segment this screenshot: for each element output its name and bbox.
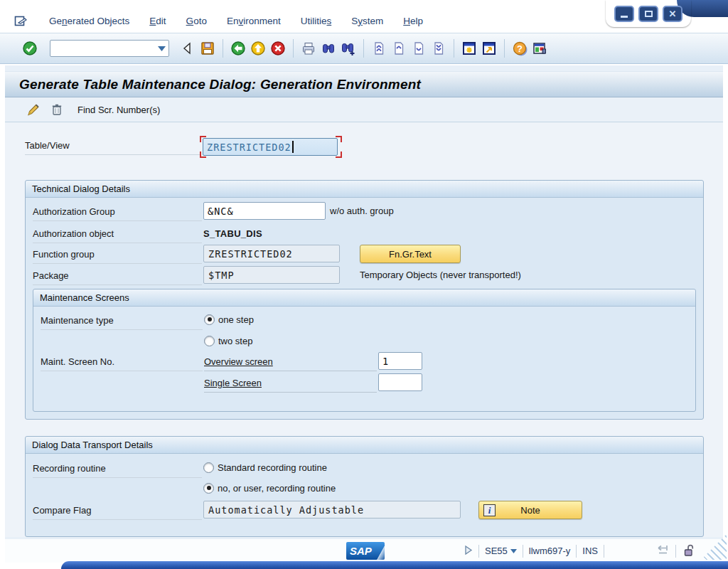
delete-trash-icon[interactable]	[48, 101, 65, 118]
minimize-icon	[621, 16, 628, 18]
save-icon[interactable]	[199, 40, 216, 57]
expand-status-icon[interactable]	[464, 545, 473, 558]
application-toolbar: Find Scr. Number(s)	[5, 97, 723, 122]
package-field: $TMP	[203, 266, 340, 284]
radio-icon-selected	[203, 483, 214, 494]
chevron-down-icon	[510, 549, 517, 553]
command-dropdown-icon[interactable]	[154, 41, 168, 56]
window-controls: ✕	[606, 0, 691, 27]
standard-toolbar: ?	[0, 33, 728, 64]
package-label: Package	[33, 268, 202, 285]
single-screen-label: Single Screen	[204, 376, 377, 393]
hide-command-field-icon[interactable]	[179, 40, 196, 57]
find-next-icon[interactable]	[340, 40, 357, 57]
help-icon[interactable]: ?	[511, 40, 528, 57]
authorization-object-label: Authorization object	[33, 226, 202, 243]
enter-icon[interactable]	[21, 40, 38, 57]
radio-icon-selected	[204, 314, 215, 325]
technical-group-title: Technical Dialog Details	[26, 181, 703, 198]
radio-two-step[interactable]: two step	[204, 334, 252, 348]
insert-mode: INS	[582, 546, 598, 556]
find-icon[interactable]	[320, 40, 337, 57]
create-shortcut-icon[interactable]	[481, 40, 498, 57]
menu-utilities[interactable]: Utilities	[291, 12, 342, 30]
technical-dialog-details-group: Technical Dialog Details Authorization G…	[25, 180, 704, 420]
minimize-button[interactable]	[614, 6, 634, 22]
auth-group-suffix: w/o auth. group	[330, 202, 394, 220]
radio-one-step[interactable]: one step	[204, 312, 254, 326]
note-button[interactable]: i Note	[478, 501, 582, 519]
close-button[interactable]: ✕	[663, 6, 682, 22]
last-page-icon[interactable]	[430, 40, 447, 57]
menu-edit[interactable]: Edit	[139, 12, 176, 30]
radio-standard-recording[interactable]: Standard recording routine	[203, 460, 327, 474]
title-strip: Generate Table Maintenance Dialog: Gener…	[5, 71, 723, 97]
customize-layout-icon[interactable]	[531, 40, 548, 57]
maintenance-screens-group: Maintenance Screens Maintenance type one…	[33, 289, 696, 412]
info-icon: i	[483, 504, 496, 516]
svg-text:?: ?	[517, 43, 523, 53]
menu-help[interactable]: Help	[393, 12, 433, 30]
command-input[interactable]	[50, 41, 154, 55]
page-title: Generate Table Maintenance Dialog: Gener…	[19, 77, 421, 92]
command-field	[50, 40, 169, 57]
dialog-data-transport-group: Dialog Data Transport Details Recording …	[25, 436, 704, 537]
maintenance-screens-title: Maintenance Screens	[33, 289, 695, 307]
menu-goto[interactable]: Goto	[176, 12, 217, 30]
compare-flag-label: Compare Flag	[33, 503, 202, 520]
text-cursor	[292, 141, 294, 153]
transaction-selector[interactable]: SE55	[485, 546, 517, 556]
maximize-icon	[645, 11, 653, 17]
dynpro-main: Table/View ZRESTRICTED02 Technical Dialo…	[5, 122, 723, 537]
edit-pencil-icon[interactable]	[25, 101, 42, 118]
status-bar: SAP SE55 llwm697-y INS	[5, 539, 723, 563]
transaction-code: SE55	[485, 546, 508, 556]
data-transfer-icon	[655, 543, 670, 558]
system-host: llwm697-y	[529, 546, 571, 556]
window-bottom-frame	[61, 561, 728, 569]
menu-generated-objects[interactable]: Generated Objects	[39, 12, 139, 30]
compare-flag-field: Automatically Adjustable	[203, 501, 461, 519]
authorization-group-input[interactable]	[203, 202, 326, 220]
sap-logo: SAP	[346, 542, 385, 560]
fn-gr-text-button[interactable]: Fn.Gr.Text	[360, 245, 461, 263]
previous-page-icon[interactable]	[390, 40, 407, 57]
lock-icon	[682, 543, 696, 560]
radio-icon	[204, 336, 215, 346]
find-screen-number-button[interactable]: Find Scr. Number(s)	[72, 102, 166, 117]
single-screen-input[interactable]	[378, 373, 422, 391]
table-view-label: Table/View	[25, 138, 201, 155]
screen-area: Generate Table Maintenance Dialog: Gener…	[5, 65, 723, 539]
maintenance-type-label: Maintenance type	[41, 313, 203, 330]
status-right-cluster: SE55 llwm697-y INS	[464, 539, 696, 563]
new-session-icon[interactable]	[461, 40, 478, 57]
menu-bar: Generated Objects Edit Goto Environment …	[0, 9, 597, 33]
menu-environment[interactable]: Environment	[217, 12, 291, 30]
function-group-label: Function group	[33, 247, 202, 264]
maximize-button[interactable]	[638, 6, 658, 22]
first-page-icon[interactable]	[370, 40, 387, 57]
transport-group-title: Dialog Data Transport Details	[26, 437, 703, 454]
authorization-object-value: S_TABU_DIS	[203, 225, 262, 243]
menu-system[interactable]: System	[341, 12, 393, 30]
maint-screen-no-label: Maint. Screen No.	[41, 354, 203, 371]
recording-routine-label: Recording routine	[33, 461, 202, 478]
overview-screen-input[interactable]	[378, 352, 422, 370]
table-view-input[interactable]: ZRESTRICTED02	[203, 138, 338, 156]
system-menu-icon[interactable]	[14, 15, 28, 27]
exit-icon[interactable]	[250, 40, 267, 57]
radio-no-user-recording[interactable]: no, or user, recording routine	[203, 481, 336, 495]
authorization-group-label: Authorization Group	[33, 204, 202, 221]
print-icon[interactable]	[300, 40, 317, 57]
table-view-field-wrap: ZRESTRICTED02	[200, 136, 342, 158]
package-suffix: Temporary Objects (never transported!)	[360, 266, 521, 284]
back-icon[interactable]	[230, 40, 247, 57]
overview-screen-label: Overview screen	[204, 354, 377, 371]
cancel-icon[interactable]	[269, 40, 287, 57]
next-page-icon[interactable]	[410, 40, 427, 57]
close-icon: ✕	[669, 9, 677, 18]
function-group-field: ZRESTRICTED02	[203, 245, 340, 262]
radio-icon	[203, 462, 214, 473]
